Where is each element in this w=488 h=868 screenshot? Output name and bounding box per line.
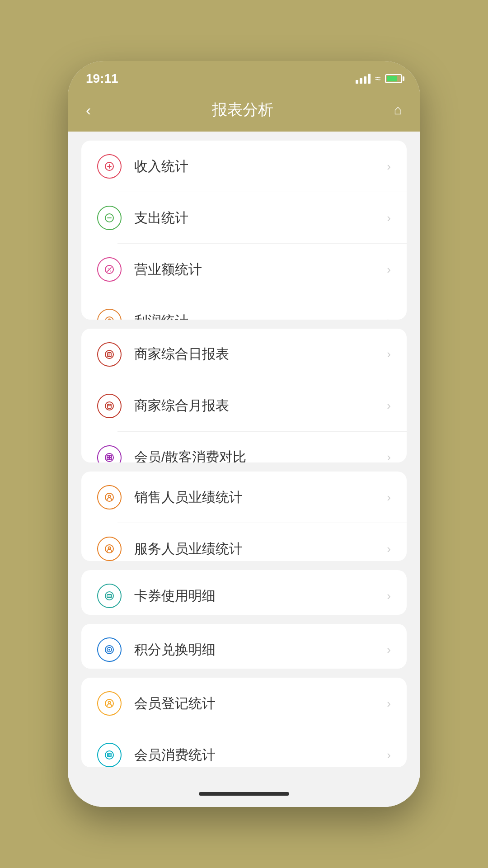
service-perf-icon (97, 537, 122, 561)
profit-label: 利润统计 (134, 312, 387, 320)
card-group-reports: 商家综合日报表 › 商家综合月报表 › (81, 329, 407, 463)
battery-icon (385, 74, 402, 83)
menu-item-revenue[interactable]: 营业额统计 › (81, 244, 407, 295)
revenue-icon (97, 257, 122, 282)
menu-item-member-consume[interactable]: 会员消费统计 › (81, 729, 407, 767)
menu-item-member-register[interactable]: 会员登记统计 › (81, 678, 407, 729)
member-register-icon (97, 691, 122, 716)
chevron-icon: › (387, 643, 391, 657)
revenue-label: 营业额统计 (134, 260, 387, 279)
phone-frame: 19:11 ≈ ‹ 报表分析 ⌂ (68, 61, 420, 807)
home-bar (199, 792, 289, 796)
menu-item-member-compare[interactable]: 会员/散客消费对比 › (81, 432, 407, 463)
chevron-icon: › (387, 542, 391, 556)
service-perf-label: 服务人员业绩统计 (134, 540, 387, 558)
content-area: 收入统计 › 支出统计 › (68, 132, 420, 785)
svg-point-14 (108, 495, 111, 498)
monthly-report-icon (97, 394, 122, 418)
sales-perf-icon (97, 485, 122, 509)
chevron-icon: › (387, 748, 391, 762)
menu-item-points-exchange[interactable]: 积分兑换明细 › (81, 624, 407, 669)
card-usage-label: 卡券使用明细 (134, 587, 387, 605)
chevron-icon: › (387, 314, 391, 320)
svg-point-26 (108, 754, 110, 756)
chevron-icon: › (387, 589, 391, 603)
member-consume-label: 会员消费统计 (134, 746, 387, 764)
points-label: 积分兑换明细 (134, 641, 387, 659)
chevron-icon: › (387, 160, 391, 174)
menu-item-income[interactable]: 收入统计 › (81, 141, 407, 192)
chevron-icon: › (387, 697, 391, 711)
home-indicator (68, 785, 420, 807)
daily-report-label: 商家综合日报表 (134, 345, 387, 363)
income-icon (97, 154, 122, 179)
wifi-icon: ≈ (375, 73, 380, 85)
menu-item-monthly-report[interactable]: 商家综合月报表 › (81, 380, 407, 432)
card-group-stats: 收入统计 › 支出统计 › (81, 141, 407, 320)
card-group-performance: 销售人员业绩统计 › 服务人员业绩统计 › (81, 472, 407, 561)
chevron-icon: › (387, 263, 391, 277)
svg-rect-11 (107, 458, 109, 460)
expense-icon (97, 206, 122, 230)
member-consume-icon (97, 743, 122, 767)
card-usage-icon (97, 584, 122, 608)
expense-label: 支出统计 (134, 209, 387, 227)
sales-perf-label: 销售人员业绩统计 (134, 488, 387, 507)
card-group-member-stats: 会员登记统计 › 会员消费统计 › (81, 678, 407, 767)
svg-point-21 (108, 649, 110, 651)
chevron-icon: › (387, 347, 391, 361)
svg-point-24 (105, 751, 113, 759)
menu-item-profit[interactable]: 利润统计 › (81, 295, 407, 320)
points-icon (97, 637, 122, 662)
monthly-report-label: 商家综合月报表 (134, 396, 387, 415)
card-group-card-usage: 卡券使用明细 › (81, 570, 407, 615)
svg-rect-10 (110, 455, 112, 458)
member-register-label: 会员登记统计 (134, 694, 387, 713)
signal-icon (356, 74, 371, 84)
chevron-icon: › (387, 450, 391, 462)
menu-item-card-usage[interactable]: 卡券使用明细 › (81, 570, 407, 615)
home-button[interactable]: ⌂ (394, 102, 402, 118)
card-group-points: 积分兑换明细 › (81, 624, 407, 669)
status-icons: ≈ (356, 73, 402, 85)
chevron-icon: › (387, 399, 391, 413)
page-title: 报表分析 (212, 99, 273, 120)
daily-report-icon (97, 342, 122, 367)
svg-point-8 (105, 453, 113, 462)
menu-item-service-perf[interactable]: 服务人员业绩统计 › (81, 523, 407, 561)
chevron-icon: › (387, 491, 391, 505)
svg-rect-5 (108, 353, 111, 357)
svg-point-23 (108, 702, 111, 704)
member-compare-label: 会员/散客消费对比 (134, 448, 387, 462)
chevron-icon: › (387, 211, 391, 225)
nav-bar: ‹ 报表分析 ⌂ (68, 93, 420, 132)
svg-rect-25 (108, 753, 111, 757)
svg-point-4 (105, 350, 113, 359)
member-compare-icon (97, 445, 122, 463)
svg-point-16 (108, 547, 111, 549)
status-time: 19:11 (86, 71, 118, 86)
profit-icon (97, 309, 122, 320)
back-button[interactable]: ‹ (86, 101, 91, 119)
svg-rect-12 (110, 458, 112, 460)
svg-rect-7 (108, 404, 111, 408)
menu-item-sales-perf[interactable]: 销售人员业绩统计 › (81, 472, 407, 523)
svg-rect-9 (107, 455, 109, 458)
status-bar: 19:11 ≈ (68, 61, 420, 93)
menu-item-daily-report[interactable]: 商家综合日报表 › (81, 329, 407, 380)
menu-item-expense[interactable]: 支出统计 › (81, 192, 407, 244)
income-label: 收入统计 (134, 157, 387, 176)
